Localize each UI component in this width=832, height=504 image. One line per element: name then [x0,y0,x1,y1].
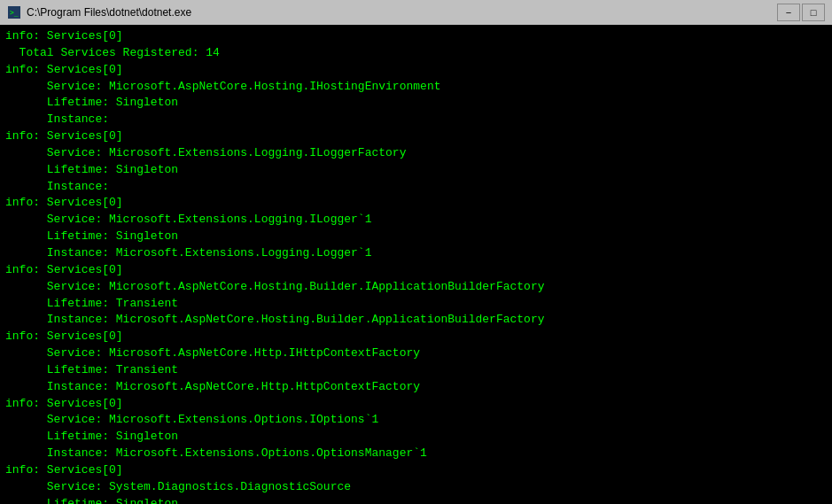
console-line: info: Services[0] [5,329,827,345]
line-content: Service: Microsoft.Extensions.Logging.IL… [5,145,406,162]
info-prefix: info [5,195,33,212]
console-line: Instance: Microsoft.Extensions.Options.O… [5,446,827,462]
console-line: Lifetime: Transient [5,296,827,313]
line-content: Instance: Microsoft.AspNetCore.Hosting.B… [5,312,545,329]
line-content: Lifetime: Transient [5,362,178,379]
colon-separator: : [33,462,40,479]
console-line: Service: Microsoft.AspNetCore.Hosting.IH… [5,79,827,96]
console-line: Lifetime: Singleton [5,496,827,504]
console-line: Lifetime: Singleton [5,162,827,179]
console-line: Lifetime: Transient [5,362,827,379]
info-prefix: info [5,396,33,413]
console-line: Service: Microsoft.AspNetCore.Hosting.Bu… [5,279,827,296]
line-content: Total Services Registered: 14 [5,45,220,62]
line-content: Services[0] [40,195,123,212]
console-line: Instance: Microsoft.AspNetCore.Hosting.B… [5,312,827,329]
line-content: Instance: Microsoft.Extensions.Options.O… [5,446,427,462]
line-content: Services[0] [40,28,123,45]
info-prefix: info [5,62,33,79]
colon-separator: : [33,28,40,45]
line-content: Service: Microsoft.Extensions.Options.IO… [5,412,378,429]
console-line: Service: Microsoft.Extensions.Logging.IL… [5,212,827,229]
console-area: info: Services[0] Total Services Registe… [0,25,832,504]
line-content: Services[0] [40,396,123,413]
line-content: Lifetime: Transient [5,296,178,313]
svg-text:>_: >_ [10,9,19,17]
line-content: Service: Microsoft.Extensions.Logging.IL… [5,212,371,229]
line-content: Instance: Microsoft.AspNetCore.Http.Http… [5,379,420,396]
colon-separator: : [33,195,40,212]
line-content: Lifetime: Singleton [5,429,178,446]
line-content: Instance: [5,179,109,196]
info-prefix: info [5,329,33,345]
console-line: Service: Microsoft.Extensions.Options.IO… [5,412,827,429]
line-content: Service: System.Diagnostics.DiagnosticSo… [5,479,351,496]
console-line: info: Services[0] [5,128,827,145]
minimize-button[interactable]: − [777,4,800,21]
colon-separator: : [33,128,40,145]
console-line: Lifetime: Singleton [5,429,827,446]
line-content: Services[0] [40,262,123,279]
line-content: Services[0] [40,128,123,145]
terminal-icon: >_ [7,5,21,19]
info-prefix: info [5,462,33,479]
console-line: Instance: Microsoft.Extensions.Logging.L… [5,245,827,262]
colon-separator: : [33,62,40,79]
line-content: Services[0] [40,462,123,479]
line-content: Lifetime: Singleton [5,162,178,179]
title-bar-controls: − □ [777,4,825,21]
line-content: Lifetime: Singleton [5,229,178,245]
console-line: info: Services[0] [5,462,827,479]
console-line: info: Services[0] [5,28,827,45]
console-line: info: Services[0] [5,195,827,212]
line-content: Lifetime: Singleton [5,95,178,112]
console-line: Service: Microsoft.AspNetCore.Http.IHttp… [5,345,827,362]
colon-separator: : [33,329,40,345]
line-content: Services[0] [40,329,123,345]
line-content: Lifetime: Singleton [5,496,178,504]
title-bar-text: C:\Program Files\dotnet\dotnet.exe [27,6,777,19]
console-line: Lifetime: Singleton [5,229,827,245]
console-line: Instance: [5,112,827,128]
info-prefix: info [5,28,33,45]
console-line: Instance: [5,179,827,196]
title-bar: >_ C:\Program Files\dotnet\dotnet.exe − … [0,0,832,25]
colon-separator: : [33,262,40,279]
line-content: Instance: [5,112,109,128]
console-line: Instance: Microsoft.AspNetCore.Http.Http… [5,379,827,396]
console-line: info: Services[0] [5,262,827,279]
colon-separator: : [33,396,40,413]
console-line: Total Services Registered: 14 [5,45,827,62]
console-line: info: Services[0] [5,396,827,413]
line-content: Service: Microsoft.AspNetCore.Hosting.IH… [5,79,440,96]
console-line: Service: System.Diagnostics.DiagnosticSo… [5,479,827,496]
line-content: Instance: Microsoft.Extensions.Logging.L… [5,245,371,262]
console-line: Service: Microsoft.Extensions.Logging.IL… [5,145,827,162]
info-prefix: info [5,262,33,279]
maximize-button[interactable]: □ [802,4,825,21]
line-content: Services[0] [40,62,123,79]
line-content: Service: Microsoft.AspNetCore.Http.IHttp… [5,345,420,362]
line-content: Service: Microsoft.AspNetCore.Hosting.Bu… [5,279,545,296]
console-line: Lifetime: Singleton [5,95,827,112]
info-prefix: info [5,128,33,145]
console-line: info: Services[0] [5,62,827,79]
